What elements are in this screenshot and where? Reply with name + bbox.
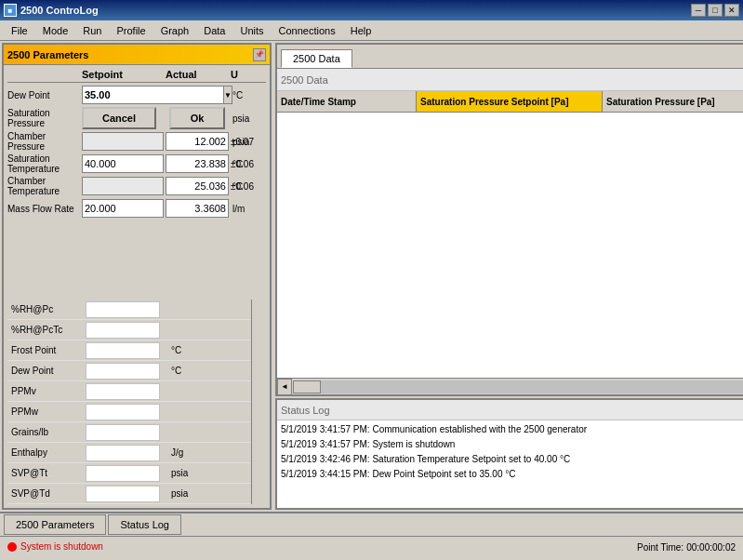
title-bar: ■ 2500 ControLog ─ □ ✕ — [0, 0, 743, 20]
panel-header: 2500 Parameters 📌 — [4, 45, 270, 65]
right-panel: 2500 Data 2500 Data 📌 Date/Time Stamp Sa… — [275, 43, 743, 510]
sattemp-setpoint[interactable] — [82, 154, 164, 173]
horizontal-scrollbar[interactable]: ◄ ► — [277, 378, 743, 394]
lower-scrollbar[interactable] — [251, 300, 266, 504]
lower-input-ppmw[interactable] — [86, 404, 160, 420]
lower-label-dew-point: Dew Point — [11, 366, 86, 376]
bottom-tab-parameters[interactable]: 2500 Parameters — [4, 514, 106, 535]
lower-input-dew-point[interactable] — [86, 363, 160, 380]
param-row-massflow: Mass Flow Rate l/m — [7, 198, 266, 219]
app-icon: ■ — [4, 4, 17, 17]
massflow-unit: l/m — [231, 204, 270, 214]
lower-label-svp-tt: SVP@Tt — [11, 468, 86, 478]
lower-input-frost-point[interactable] — [86, 342, 160, 359]
lower-row-ppmw: PPMw — [7, 402, 266, 422]
sattemp-unit: °C — [231, 159, 270, 169]
grid-col-satpressure: Saturation Pressure [Pa] — [603, 91, 743, 112]
massflow-setpoint[interactable] — [82, 199, 164, 218]
scroll-left-button[interactable]: ◄ — [277, 379, 292, 395]
lower-input-rh-pc[interactable] — [86, 301, 160, 318]
lower-label-ppmv: PPMv — [11, 386, 86, 396]
lower-params-area[interactable]: %RH@Pc %RH@PcTc Frost Point °C Dew Point — [7, 300, 266, 504]
lower-label-frost-point: Frost Point — [11, 345, 86, 355]
label-sattemp: Saturation Temperature — [7, 153, 82, 174]
label-chambertemp: Chamber Temperature — [7, 176, 82, 196]
point-time-label: Point Time: — [637, 542, 683, 553]
data-toolbar-title: 2500 Data — [281, 74, 328, 86]
status-indicator-icon — [7, 542, 17, 552]
lower-unit-svp-td: psia — [169, 488, 206, 499]
header-u: U — [231, 69, 270, 80]
param-row-satpressure: Saturation Pressure Cancel Ok psia — [7, 107, 266, 129]
bottom-tab-statuslog[interactable]: Status Log — [108, 514, 181, 535]
lower-unit-svp-tt: psia — [169, 468, 206, 478]
menu-data[interactable]: Data — [196, 23, 232, 38]
lower-unit-dew-point: °C — [169, 366, 206, 376]
log-entry-0: 5/1/2019 3:41:57 PM: Communication estab… — [281, 422, 743, 437]
lower-row-rh-pc: %RH@Pc — [7, 300, 266, 320]
lower-unit-frost-point: °C — [169, 345, 206, 355]
lower-label-rh-pctc: %RH@PcTc — [11, 325, 86, 335]
menu-run[interactable]: Run — [75, 23, 109, 38]
cancel-button[interactable]: Cancel — [82, 107, 156, 129]
close-button[interactable]: ✕ — [724, 4, 739, 17]
lower-label-grains: Grains/lb — [11, 427, 86, 437]
status-log-header: Status Log 📌 — [277, 400, 743, 420]
main-content: 2500 Parameters 📌 Setpoint Actual U Dew … — [0, 41, 743, 512]
menu-graph[interactable]: Graph — [153, 23, 197, 38]
chambertemp-setpoint — [82, 177, 164, 195]
menu-file[interactable]: File — [4, 23, 35, 38]
point-time-value: 00:00:00:02 — [686, 542, 736, 553]
status-log-body: 5/1/2019 3:41:57 PM: Communication estab… — [277, 420, 743, 508]
param-row-chamberpressure: Chamber Pressure ±0.07 psia — [7, 131, 266, 152]
lower-row-frost-point: Frost Point °C — [7, 340, 266, 361]
menu-connections[interactable]: Connections — [272, 23, 343, 38]
menu-bar: File Mode Run Profile Graph Data Units C… — [0, 20, 743, 41]
log-entry-2: 5/1/2019 3:42:46 PM: Saturation Temperat… — [281, 452, 743, 467]
lower-row-svp-td: SVP@Td psia — [7, 484, 266, 504]
massflow-actual — [166, 199, 229, 218]
menu-units[interactable]: Units — [232, 23, 271, 38]
param-row-dewpoint: Dew Point ▼ °C — [7, 85, 266, 105]
lower-input-rh-pctc[interactable] — [86, 322, 160, 339]
maximize-button[interactable]: □ — [708, 4, 723, 17]
lower-row-rh-pctc: %RH@PcTc — [7, 320, 266, 340]
grid-col-satpressure-sp: Saturation Pressure Setpoint [Pa] — [417, 91, 603, 112]
status-bar: System is shutdown Point Time: 00:00:00:… — [0, 536, 743, 556]
chamberpressure-setpoint — [82, 132, 164, 151]
lower-row-ppmv: PPMv — [7, 381, 266, 402]
chamberpressure-actual — [166, 132, 229, 151]
panel-pin-button[interactable]: 📌 — [253, 48, 266, 61]
lower-input-grains[interactable] — [86, 424, 160, 441]
data-panel: 2500 Data 2500 Data 📌 Date/Time Stamp Sa… — [275, 43, 743, 396]
tab-2500-data[interactable]: 2500 Data — [281, 49, 352, 68]
minimize-button[interactable]: ─ — [691, 4, 706, 17]
left-panel: 2500 Parameters 📌 Setpoint Actual U Dew … — [2, 43, 272, 510]
lower-input-svp-tt[interactable] — [86, 465, 160, 482]
data-grid-body — [277, 113, 743, 378]
params-header: Setpoint Actual U — [7, 67, 266, 83]
lower-input-ppmv[interactable] — [86, 383, 160, 400]
lower-input-enthalpy[interactable] — [86, 445, 160, 461]
lower-label-enthalpy: Enthalpy — [11, 447, 86, 458]
ok-button[interactable]: Ok — [169, 107, 225, 129]
lower-input-svp-td[interactable] — [86, 486, 160, 502]
scrollbar-track[interactable] — [293, 380, 743, 393]
menu-help[interactable]: Help — [343, 23, 379, 38]
window-controls: ─ □ ✕ — [691, 4, 739, 17]
window-title: 2500 ControLog — [20, 5, 99, 16]
system-status-text: System is shutdown — [20, 541, 103, 552]
dewpoint-unit: °C — [231, 90, 270, 100]
panel-title: 2500 Parameters — [7, 49, 88, 60]
satpressure-unit: psia — [231, 113, 270, 124]
lower-label-svp-td: SVP@Td — [11, 488, 86, 499]
bottom-tab-bar: 2500 Parameters Status Log — [0, 512, 743, 536]
chambertemp-actual — [166, 177, 229, 195]
lower-row-svp-tt: SVP@Tt psia — [7, 463, 266, 484]
scrollbar-thumb[interactable] — [293, 380, 321, 393]
menu-mode[interactable]: Mode — [35, 23, 76, 38]
log-entry-1: 5/1/2019 3:41:57 PM: System is shutdown — [281, 437, 743, 452]
dewpoint-combo[interactable]: ▼ — [82, 86, 164, 104]
menu-profile[interactable]: Profile — [109, 23, 153, 38]
lower-label-ppmw: PPMw — [11, 407, 86, 417]
